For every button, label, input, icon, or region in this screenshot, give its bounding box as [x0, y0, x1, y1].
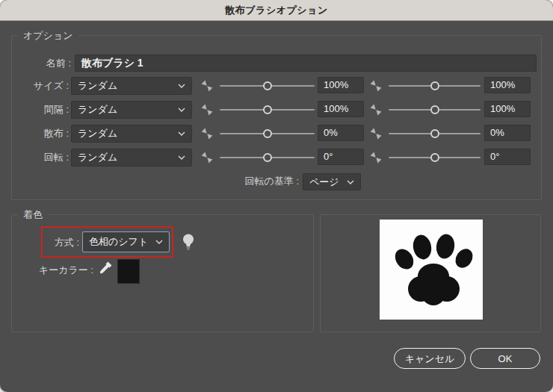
options-group-legend: オプション — [18, 29, 78, 43]
method-label: 方式 : — [43, 233, 79, 252]
rotation-mode-dropdown[interactable]: ランダム — [71, 149, 192, 167]
brush-name-input[interactable]: 散布ブラシ 1 — [75, 55, 537, 72]
scatter-mode-dropdown[interactable]: ランダム — [71, 125, 192, 143]
rotation-label: 回転 : — [11, 149, 69, 167]
spacing-row: 間隔 : ランダム 100% 100% — [0, 101, 553, 119]
spacing-slider-track[interactable] — [220, 109, 315, 111]
scatter-slider-track[interactable] — [220, 133, 315, 134]
screenshot-stage: 散布ブラシオプション オプション 名前 : 散布ブラシ 1 サイズ : ランダム… — [0, 0, 553, 392]
rotation-variation-value-input[interactable]: 0° — [484, 149, 531, 165]
spacing-label: 間隔 : — [11, 101, 69, 119]
rotation-basis-dropdown[interactable]: ページ — [303, 173, 361, 190]
slider-adjust-icon — [200, 151, 214, 164]
scatter-variation-value-input[interactable]: 0% — [484, 125, 531, 141]
spacing-slider-handle[interactable] — [263, 105, 272, 114]
slider-adjust-icon — [369, 127, 383, 140]
size-mode-dropdown[interactable]: ランダム — [71, 77, 192, 95]
chevron-down-icon — [347, 180, 354, 184]
dialog-title: 散布ブラシオプション — [225, 4, 327, 17]
rotation-value-input[interactable]: 0° — [318, 149, 364, 165]
rotation-basis-label: 回転の基準 : — [187, 173, 299, 190]
scatter-value-input[interactable]: 0% — [318, 125, 364, 141]
key-color-label: キーカラー : — [15, 263, 93, 278]
chevron-down-icon — [178, 84, 185, 88]
size-label: サイズ : — [11, 77, 69, 95]
dialog-title-bar[interactable]: 散布ブラシオプション — [0, 0, 553, 21]
scatter-slider-handle[interactable] — [263, 129, 272, 138]
slider-adjust-icon — [200, 79, 214, 93]
rotation-slider-handle[interactable] — [263, 153, 272, 162]
chevron-down-icon — [155, 240, 163, 244]
scatter-brush-options-dialog: 散布ブラシオプション オプション 名前 : 散布ブラシ 1 サイズ : ランダム… — [0, 0, 553, 392]
rotation-row: 回転 : ランダム 0° 0° — [0, 149, 553, 167]
size-slider-handle[interactable] — [263, 81, 272, 90]
size-variation-slider-handle[interactable] — [430, 81, 439, 90]
spacing-value-input[interactable]: 100% — [318, 101, 364, 117]
slider-adjust-icon — [200, 103, 214, 116]
size-variation-slider-track[interactable] — [389, 85, 481, 87]
brush-preview-canvas — [380, 220, 483, 320]
spacing-variation-value-input[interactable]: 100% — [484, 101, 531, 117]
chevron-down-icon — [178, 155, 185, 160]
scatter-row: 散布 : ランダム 0% 0% — [0, 125, 553, 143]
rotation-variation-slider-handle[interactable] — [430, 153, 439, 162]
eyedropper-icon[interactable] — [98, 261, 113, 279]
size-value-input[interactable]: 100% — [318, 77, 364, 93]
scatter-variation-slider-track[interactable] — [389, 133, 481, 134]
paw-print-icon — [380, 220, 483, 320]
rotation-variation-slider-track[interactable] — [389, 157, 481, 158]
cancel-button[interactable]: キャンセル — [394, 348, 466, 369]
rotation-slider-track[interactable] — [220, 157, 315, 158]
key-color-swatch[interactable] — [117, 259, 140, 284]
spacing-variation-slider-track[interactable] — [389, 109, 481, 111]
spacing-variation-slider-handle[interactable] — [430, 105, 439, 114]
rotation-basis-row: 回転の基準 : ページ — [0, 173, 553, 190]
ok-button[interactable]: OK — [470, 348, 540, 369]
scatter-variation-slider-handle[interactable] — [430, 129, 439, 138]
slider-adjust-icon — [369, 79, 383, 93]
lightbulb-icon[interactable] — [182, 233, 194, 255]
chevron-down-icon — [178, 108, 185, 112]
preview-panel — [320, 214, 541, 332]
colorization-group-legend: 着色 — [18, 208, 48, 222]
slider-adjust-icon — [200, 127, 214, 140]
name-label: 名前 : — [11, 55, 71, 72]
spacing-mode-dropdown[interactable]: ランダム — [71, 101, 192, 119]
chevron-down-icon — [178, 131, 185, 136]
colorization-method-dropdown[interactable]: 色相のシフト — [82, 231, 170, 252]
slider-adjust-icon — [369, 103, 383, 116]
size-slider-track[interactable] — [220, 85, 315, 87]
size-row: サイズ : ランダム 100% 100% — [0, 77, 553, 96]
size-variation-value-input[interactable]: 100% — [484, 77, 531, 93]
slider-adjust-icon — [369, 151, 383, 164]
scatter-label: 散布 : — [11, 125, 69, 143]
